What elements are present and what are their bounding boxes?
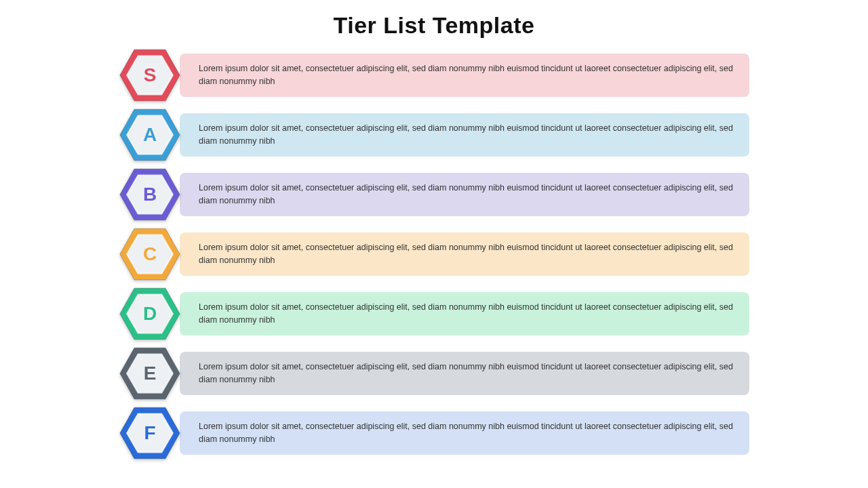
tier-letter: B [143, 184, 157, 205]
tier-letter: A [143, 124, 157, 146]
tier-bar: Lorem ipsum dolor sit amet, consectetuer… [180, 173, 749, 216]
tier-description: Lorem ipsum dolor sit amet, consectetuer… [199, 122, 736, 148]
tier-hexagon-icon: F [119, 406, 181, 460]
slide-title: Tier List Template [334, 12, 535, 39]
tier-hexagon-icon: D [119, 287, 181, 341]
tier-hexagon-icon: E [119, 346, 181, 401]
tier-description: Lorem ipsum dolor sit amet, consectetuer… [199, 182, 736, 207]
slide: Tier List Template Lorem ipsum dolor sit… [0, 0, 868, 488]
tier-bar: Lorem ipsum dolor sit amet, consectetuer… [180, 292, 749, 336]
tier-row-c: Lorem ipsum dolor sit amet, consectetuer… [119, 232, 749, 276]
tier-letter: F [144, 422, 155, 444]
tier-list: Lorem ipsum dolor sit amet, consectetuer… [119, 54, 749, 455]
tier-row-e: Lorem ipsum dolor sit amet, consectetuer… [119, 352, 749, 395]
tier-row-a: Lorem ipsum dolor sit amet, consectetuer… [119, 113, 749, 157]
tier-row-d: Lorem ipsum dolor sit amet, consectetuer… [119, 292, 749, 336]
tier-description: Lorem ipsum dolor sit amet, consectetuer… [199, 420, 736, 446]
tier-bar: Lorem ipsum dolor sit amet, consectetuer… [180, 352, 749, 395]
tier-description: Lorem ipsum dolor sit amet, consectetuer… [199, 361, 736, 386]
tier-hexagon-icon: B [119, 167, 181, 222]
tier-bar: Lorem ipsum dolor sit amet, consectetuer… [180, 113, 749, 157]
tier-description: Lorem ipsum dolor sit amet, consectetuer… [199, 62, 736, 88]
tier-bar: Lorem ipsum dolor sit amet, consectetuer… [180, 232, 749, 276]
tier-letter: E [144, 363, 157, 384]
tier-hexagon-icon: S [119, 48, 181, 102]
tier-bar: Lorem ipsum dolor sit amet, consectetuer… [180, 54, 749, 97]
tier-bar: Lorem ipsum dolor sit amet, consectetuer… [180, 411, 749, 455]
tier-hexagon-icon: C [119, 227, 181, 281]
tier-letter: S [144, 64, 157, 86]
tier-row-b: Lorem ipsum dolor sit amet, consectetuer… [119, 173, 749, 216]
tier-hexagon-icon: A [119, 108, 181, 162]
tier-letter: D [143, 303, 157, 325]
tier-description: Lorem ipsum dolor sit amet, consectetuer… [199, 301, 736, 327]
tier-row-f: Lorem ipsum dolor sit amet, consectetuer… [119, 411, 749, 455]
tier-description: Lorem ipsum dolor sit amet, consectetuer… [199, 241, 736, 267]
tier-row-s: Lorem ipsum dolor sit amet, consectetuer… [119, 54, 749, 97]
tier-letter: C [143, 243, 157, 265]
